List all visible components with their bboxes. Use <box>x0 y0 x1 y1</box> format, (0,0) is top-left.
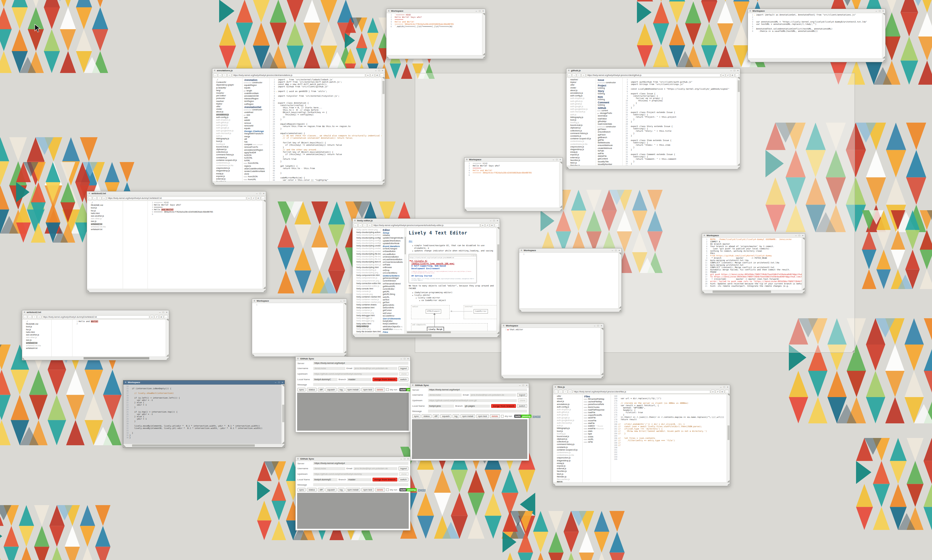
window-menu-icon[interactable]: ≡ <box>503 324 504 328</box>
outline-item[interactable]: applyTextDiff <box>244 152 270 154</box>
outline-item[interactable]: staticstatFile <box>584 422 611 425</box>
window-menu-icon[interactable]: ≡ <box>412 383 413 387</box>
npm-install-button[interactable]: npm install <box>346 488 360 492</box>
file-tree-item[interactable]: hello.html <box>87 212 123 215</box>
close-icon[interactable]: × <box>282 380 283 384</box>
upstream-input[interactable]: https://github.com/LivelyKernel/lively4-… <box>313 372 398 375</box>
branch-input[interactable]: master <box>347 378 371 381</box>
window-menu-icon[interactable]: ≡ <box>24 310 25 314</box>
outline-item[interactable]: getlength <box>244 90 270 92</box>
file-tree-item[interactable]: auth-google.js <box>213 126 242 129</box>
outline-item[interactable]: constructorconstructor <box>244 109 270 111</box>
outline-item[interactable]: addAll <box>244 119 270 122</box>
outline-item[interactable]: add <box>244 117 270 119</box>
upstream-input[interactable]: https://github.com/LivelyKernel/lively4-… <box>313 473 398 475</box>
forward-button[interactable]: → <box>572 73 576 77</box>
maximize-icon[interactable]: □ <box>404 357 405 361</box>
dry-run-checkbox[interactable] <box>501 415 504 417</box>
sync-console-output[interactable] <box>297 493 409 529</box>
file-tree-item[interactable]: container-scoped-d3.js <box>567 137 596 140</box>
back-button[interactable]: ← <box>213 73 217 77</box>
outline-item[interactable]: toString <box>597 87 622 90</box>
outline-item[interactable]: staticexistFile#Deprecat <box>584 428 611 430</box>
outline-item[interactable]: withEditorObjectDo#o <box>382 326 404 328</box>
window-menu-icon[interactable]: ≡ <box>254 299 255 303</box>
home-button[interactable]: ⌂ <box>102 196 106 200</box>
url-input[interactable]: https://lively-kernel.org/lively4/lively… <box>107 197 246 200</box>
outline-item[interactable]: Editor <box>382 229 404 232</box>
outline-item[interactable]: createWebhook <box>597 147 622 150</box>
up-button[interactable]: ↑ <box>363 223 367 227</box>
file-tree-item[interactable]: bound-eval.js <box>553 435 582 438</box>
minimize-icon[interactable]: – <box>275 380 276 384</box>
close-icon[interactable]: × <box>737 69 739 72</box>
home-button[interactable]: ⌂ <box>568 390 572 394</box>
outline-item[interactable]: Event Handlers <box>382 245 404 248</box>
squash-button[interactable]: squash <box>325 488 337 492</box>
email-input[interactable]: jens.lincke@hpi.uni-potsdam.de <box>354 467 397 470</box>
text-editor[interactable]: 1<<<<<<< HEAD2Hello World! Says who?3===… <box>148 201 266 289</box>
minimize-icon[interactable]: – <box>340 299 342 303</box>
file-tree-item[interactable]: about.js <box>213 110 242 113</box>
outline-item[interactable]: getsize <box>244 114 270 117</box>
npm-install-button[interactable]: npm install <box>346 388 360 392</box>
outline-item[interactable]: issueByNumber <box>597 163 622 166</box>
window-titlebar[interactable]: ≡ Workspace –□× <box>501 324 604 328</box>
log-button[interactable]: log <box>338 488 345 492</box>
file-tree-item[interactable]: auth.js <box>567 113 596 115</box>
file-tree-item[interactable]: contextmenu.js <box>567 140 596 143</box>
window-titlebar[interactable]: ≡ Workspace –□× <box>748 9 885 13</box>
file-tree-item[interactable]: command-history.js <box>567 132 596 135</box>
file-tree-item[interactable]: external.js <box>567 156 596 158</box>
server-input[interactable]: https://lively-kernel.org/lively4 <box>313 462 408 465</box>
switch-button[interactable]: switch <box>399 478 408 482</box>
outline-item[interactable]: Story <box>597 90 622 92</box>
outline-item[interactable]: onLoadButton <box>382 253 404 256</box>
window-titlebar[interactable]: ≡ lively-editor.js –□× <box>353 219 500 223</box>
window-titlebar[interactable]: ≡ Workspace –□× <box>387 9 485 13</box>
maximize-icon[interactable]: □ <box>615 248 616 252</box>
outline-item[interactable]: staticparseSourceRefe <box>584 403 611 406</box>
cancel-icon[interactable]: ⊘ <box>490 223 494 227</box>
outline-item[interactable]: toJSONL <box>244 157 270 159</box>
outline-item[interactable]: staticisFile <box>584 441 611 443</box>
file-tree-item[interactable]: README.md <box>22 323 51 325</box>
file-tree[interactable]: lively-cache-viewer.pnglively-cloudscrip… <box>353 228 381 334</box>
file-tree-item[interactable]: about.js <box>567 89 596 92</box>
file-tree-item[interactable]: auth-dropbox.js <box>213 118 242 121</box>
file-tree-item[interactable]: lively-editor.png <box>353 328 381 330</box>
file-tree-item[interactable]: lively-cloudscripting-configu <box>353 239 381 242</box>
outline-item[interactable]: fixPath <box>597 150 622 152</box>
outline-item[interactable]: onVersionsButton <box>382 256 404 258</box>
window-menu-icon[interactable]: ≡ <box>214 69 215 72</box>
outline-item[interactable]: onFilenameEntered <box>382 283 404 285</box>
file-tree-item[interactable]: crayoncolors.js <box>553 456 582 459</box>
squash-button[interactable]: squash <box>440 414 451 418</box>
window-titlebar[interactable]: ≡ GitHub Sync –□× <box>296 457 410 461</box>
sync-button[interactable]: sync <box>297 488 306 492</box>
maximize-icon[interactable]: □ <box>733 69 735 72</box>
outline-item[interactable]: staticexists <box>584 435 611 438</box>
file-tree-item[interactable]: draganddrop.js <box>213 169 242 172</box>
up-button[interactable]: ↑ <box>577 73 581 77</box>
close-icon[interactable]: × <box>619 248 620 252</box>
outline-item[interactable]: setScrollInfo <box>382 306 404 309</box>
sync-console-output[interactable] <box>297 393 409 431</box>
outline-item[interactable]: diff <box>244 138 270 141</box>
local-name-input[interactable]: lively4-dummyD <box>313 478 337 481</box>
code-outline[interactable]: FilesstaticfillCachedFileMapstaticcached… <box>582 394 611 482</box>
minimize-icon[interactable]: – <box>876 9 877 13</box>
window-menu-icon[interactable]: ≡ <box>297 457 299 461</box>
file-tree-item[interactable]: bound-eval.js <box>213 145 242 148</box>
merge-from-branch-button[interactable]: merge from branch <box>373 478 397 482</box>
outline-item[interactable]: onSaveButton <box>382 250 404 253</box>
minimize-icon[interactable]: – <box>401 457 402 461</box>
outline-item[interactable]: staticloadFileResponse <box>584 409 611 411</box>
file-tree-item[interactable]: writetest2.txt.l4a <box>87 225 123 228</box>
window-titlebar[interactable]: ≡ Workspace –□× <box>465 158 562 162</box>
file-tree-item[interactable]: external.js <box>553 467 582 470</box>
username-input[interactable]: JensLincke <box>428 394 462 397</box>
delete-button[interactable]: delete <box>375 388 385 392</box>
file-tree-item[interactable]: about.js <box>553 400 582 403</box>
code-editor[interactable]: 1⚠import {default as AnnotationSet, Anno… <box>748 13 885 58</box>
